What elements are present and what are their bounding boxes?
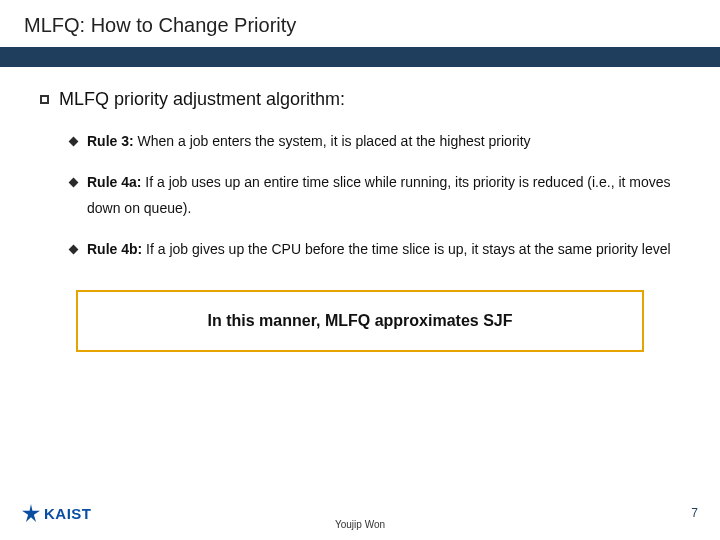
list-item: Rule 4b: If a job gives up the CPU befor… (70, 236, 680, 263)
rules-list: Rule 3: When a job enters the system, it… (70, 128, 680, 262)
slide: MLFQ: How to Change Priority MLFQ priori… (0, 0, 720, 540)
list-item: Rule 4a: If a job uses up an entire time… (70, 169, 680, 222)
logo-star-icon (22, 504, 40, 522)
kaist-logo: KAIST (22, 504, 92, 522)
rule-body: If a job gives up the CPU before the tim… (142, 241, 670, 257)
list-item: Rule 3: When a job enters the system, it… (70, 128, 680, 155)
title-bar (0, 47, 720, 67)
main-bullet-text: MLFQ priority adjustment algorithm: (59, 89, 345, 110)
rule-body: If a job uses up an entire time slice wh… (87, 174, 671, 217)
rule-text: Rule 4b: If a job gives up the CPU befor… (87, 236, 680, 263)
rule-label: Rule 4a: (87, 174, 141, 190)
slide-title: MLFQ: How to Change Priority (24, 14, 696, 37)
callout-box: In this manner, MLFQ approximates SJF (76, 290, 644, 352)
rule-text: Rule 4a: If a job uses up an entire time… (87, 169, 680, 222)
main-bullet: MLFQ priority adjustment algorithm: (40, 89, 680, 110)
diamond-bullet-icon (69, 137, 79, 147)
footer: KAIST Youjip Won 7 (0, 494, 720, 540)
page-number: 7 (691, 506, 698, 520)
diamond-bullet-icon (69, 244, 79, 254)
logo-text: KAIST (44, 505, 92, 522)
content-area: MLFQ priority adjustment algorithm: Rule… (0, 67, 720, 540)
author-name: Youjip Won (335, 519, 385, 530)
square-bullet-icon (40, 95, 49, 104)
rule-label: Rule 3: (87, 133, 134, 149)
diamond-bullet-icon (69, 177, 79, 187)
rule-body: When a job enters the system, it is plac… (134, 133, 531, 149)
rule-text: Rule 3: When a job enters the system, it… (87, 128, 680, 155)
title-area: MLFQ: How to Change Priority (0, 0, 720, 47)
rule-label: Rule 4b: (87, 241, 142, 257)
